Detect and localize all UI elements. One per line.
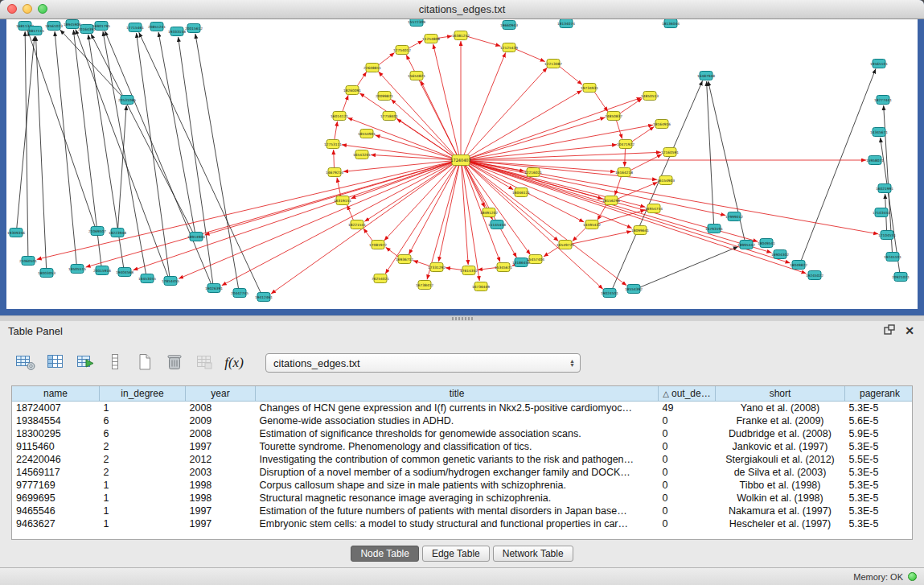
graph-node[interactable]: 20817115 <box>27 27 44 35</box>
graph-edge[interactable] <box>335 122 338 140</box>
graph-edge[interactable] <box>573 227 587 241</box>
cell-pagerank[interactable]: 5.3E-5 <box>845 479 914 492</box>
graph-edge[interactable] <box>36 36 47 269</box>
column-header-year[interactable]: year <box>186 386 256 402</box>
cell-title[interactable]: Disruption of a novel member of a sodium… <box>256 466 659 479</box>
cell-outde[interactable]: 0 <box>659 479 716 492</box>
graph-node[interactable]: 18914904 <box>187 233 205 241</box>
graph-node[interactable]: 16381252 <box>452 31 470 40</box>
graph-node[interactable]: 17758401 <box>380 112 398 121</box>
delete-table-button[interactable] <box>163 352 186 373</box>
graph-node[interactable]: 12753111 <box>324 140 342 149</box>
cell-year[interactable]: 1997 <box>186 505 256 517</box>
graph-edge[interactable] <box>625 148 626 167</box>
cell-title[interactable]: Embryonic stem cells: a model to study s… <box>256 517 659 530</box>
cell-outde[interactable]: 49 <box>659 402 716 415</box>
cell-pagerank[interactable]: 5.3E-5 <box>845 492 914 505</box>
cell-short[interactable]: Hescheler et al. (1997) <box>716 517 845 530</box>
graph-node[interactable]: 19734931 <box>581 84 598 93</box>
table-row[interactable]: 969969511998Structural magnetic resonanc… <box>12 492 913 505</box>
graph-node[interactable]: 16164218 <box>615 168 633 177</box>
cell-year[interactable]: 1997 <box>186 440 256 453</box>
table-row[interactable]: 946362711997Embryonic stem cells: a mode… <box>12 517 913 530</box>
graph-node[interactable]: 20851241 <box>148 23 166 31</box>
graph-node[interactable]: 20015612 <box>185 24 203 33</box>
graph-node[interactable]: 18223948 <box>109 229 126 237</box>
table-settings-button[interactable] <box>14 352 37 373</box>
graph-node[interactable]: 12104551 <box>878 231 896 240</box>
column-header-indegree[interactable]: in_degree <box>100 386 186 402</box>
graph-edge[interactable] <box>467 152 661 160</box>
cell-outde[interactable]: 0 <box>659 517 716 530</box>
cell-indegree[interactable]: 2 <box>100 440 186 453</box>
cell-indegree[interactable]: 6 <box>100 414 186 427</box>
cell-title[interactable]: Estimation of the future numbers of pati… <box>256 505 659 517</box>
graph-node[interactable]: 18995442 <box>737 241 755 249</box>
table-row[interactable]: 977716911998Corpus callosum shape and si… <box>12 479 913 492</box>
graph-node[interactable]: 12754012 <box>393 46 411 55</box>
graph-edge[interactable] <box>630 154 662 171</box>
graph-edge[interactable] <box>463 52 506 156</box>
graph-node[interactable]: 16793191 <box>705 225 723 233</box>
graph-node[interactable]: 15958071 <box>866 156 884 165</box>
cell-pagerank[interactable]: 5.6E-5 <box>845 414 914 427</box>
function-builder-button[interactable]: f(x) <box>223 352 245 373</box>
column-header-outde[interactable]: △out_de… <box>659 386 716 402</box>
graph-edge[interactable] <box>371 154 454 159</box>
graph-node[interactable]: 16549721 <box>556 241 574 249</box>
append-table-button[interactable] <box>74 352 97 373</box>
graph-node[interactable]: 19404568 <box>116 268 133 277</box>
graph-node[interactable]: 18136044 <box>662 19 680 28</box>
graph-node[interactable]: 22608811 <box>363 64 381 72</box>
graph-edge[interactable] <box>409 163 458 254</box>
graph-node[interactable]: 19333158 <box>168 27 186 36</box>
cell-name[interactable]: 9463627 <box>12 517 100 530</box>
cell-short[interactable]: Franke et al. (2009) <box>716 414 845 427</box>
tab-edge-table[interactable]: Edge Table <box>422 546 490 562</box>
cell-outde[interactable]: 0 <box>659 427 716 440</box>
graph-edge[interactable] <box>462 164 469 265</box>
table-row[interactable]: 946554611997Estimation of the future num… <box>12 505 913 517</box>
cell-pagerank[interactable]: 5.3E-5 <box>845 440 914 453</box>
graph-node[interactable]: 18099641 <box>631 226 649 235</box>
graph-node[interactable]: 14954754 <box>645 204 663 213</box>
cell-pagerank[interactable]: 5.3E-5 <box>845 402 914 415</box>
cell-title[interactable]: Tourette syndrome. Phenomenology and cla… <box>256 440 659 453</box>
graph-edge[interactable] <box>612 80 702 289</box>
graph-edge[interactable] <box>91 34 193 233</box>
graph-node[interactable]: 14679214 <box>326 168 343 177</box>
graph-node[interactable]: 18049822 <box>790 261 807 270</box>
cell-title[interactable]: Genome-wide association studies in ADHD. <box>256 414 659 427</box>
graph-edge[interactable] <box>396 119 455 159</box>
cell-name[interactable]: 18724007 <box>12 402 100 415</box>
cell-title[interactable]: Changes of HCN gene expression and I(f) … <box>256 402 659 415</box>
graph-edge[interactable] <box>37 161 454 259</box>
graph-edge[interactable] <box>616 120 622 139</box>
cell-outde[interactable]: 0 <box>659 453 716 466</box>
cell-name[interactable]: 22420046 <box>12 453 100 466</box>
graph-node[interactable]: 17999012 <box>725 212 743 221</box>
graph-edge[interactable] <box>334 150 335 168</box>
graph-edge[interactable] <box>427 164 459 279</box>
graph-edge[interactable] <box>467 36 501 46</box>
graph-edge[interactable] <box>707 81 714 225</box>
close-button[interactable] <box>7 4 17 14</box>
cell-indegree[interactable]: 1 <box>100 479 186 492</box>
graph-node[interactable]: 16014121 <box>331 112 348 121</box>
cell-year[interactable]: 2012 <box>186 453 256 466</box>
column-header-name[interactable]: name <box>12 386 100 402</box>
graph-node[interactable]: 16936712 <box>396 255 413 264</box>
graph-node[interactable]: 74850837 <box>605 112 622 121</box>
cell-indegree[interactable]: 2 <box>100 453 186 466</box>
panel-divider-handle[interactable] <box>452 317 473 320</box>
row-height-button[interactable] <box>104 352 126 373</box>
graph-node[interactable]: 19309356 <box>7 229 25 237</box>
graph-node[interactable]: 16021991 <box>876 184 893 193</box>
column-header-short[interactable]: short <box>716 386 845 402</box>
cell-name[interactable]: 14569117 <box>12 466 100 479</box>
graph-node[interactable]: 16901795 <box>92 22 110 31</box>
network-graph-svg[interactable]: 1681134220817115195610231894590620164391… <box>6 19 918 309</box>
table-row[interactable]: 911546021997Tourette syndrome. Phenomeno… <box>12 440 913 453</box>
graph-node[interactable]: 20015916 <box>93 266 111 275</box>
graph-edge[interactable] <box>376 135 455 159</box>
